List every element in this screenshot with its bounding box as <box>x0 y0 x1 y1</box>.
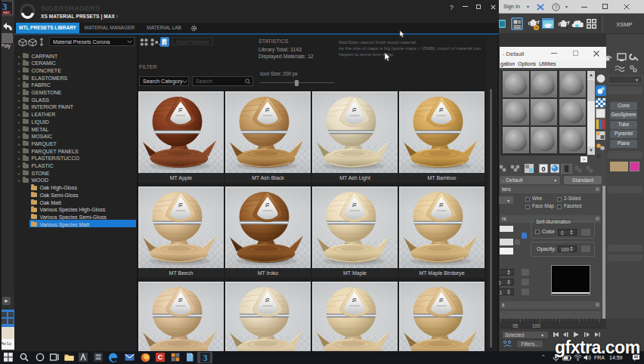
svg-text:gfxtra.com: gfxtra.com <box>555 338 640 357</box>
svg-text:3: 3 <box>203 353 208 362</box>
svg-text:C: C <box>158 353 163 361</box>
svg-text:?: ? <box>555 5 558 10</box>
svg-text:0: 0 <box>541 165 545 173</box>
